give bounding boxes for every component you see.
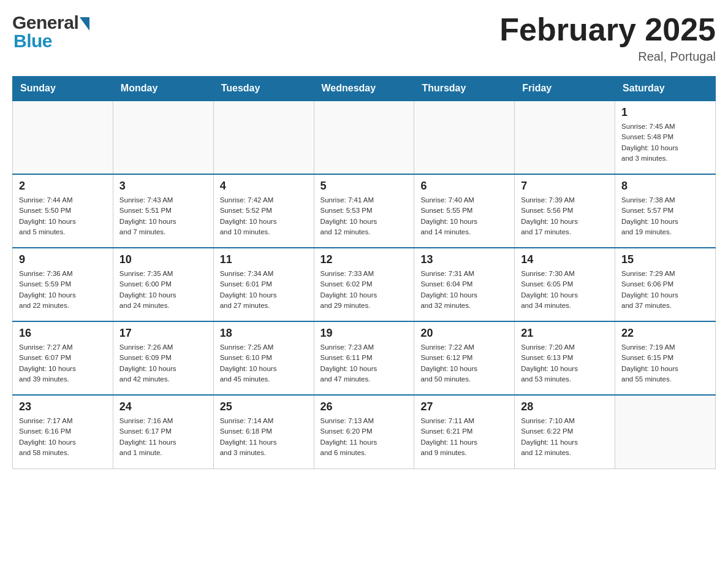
logo: General Blue bbox=[12, 12, 89, 52]
day-number: 25 bbox=[220, 400, 308, 413]
day-info: Sunrise: 7:39 AM Sunset: 5:56 PM Dayligh… bbox=[521, 195, 609, 237]
weekday-header-tuesday: Tuesday bbox=[213, 77, 314, 101]
calendar-cell bbox=[414, 101, 515, 174]
day-info: Sunrise: 7:29 AM Sunset: 6:06 PM Dayligh… bbox=[621, 269, 709, 311]
day-info: Sunrise: 7:27 AM Sunset: 6:07 PM Dayligh… bbox=[19, 342, 107, 385]
day-info: Sunrise: 7:45 AM Sunset: 5:48 PM Dayligh… bbox=[621, 121, 709, 164]
location-label: Real, Portugal bbox=[499, 50, 716, 64]
calendar-cell: 8Sunrise: 7:38 AM Sunset: 5:57 PM Daylig… bbox=[615, 174, 716, 248]
day-number: 11 bbox=[220, 253, 308, 266]
calendar-cell bbox=[615, 395, 716, 469]
day-info: Sunrise: 7:42 AM Sunset: 5:52 PM Dayligh… bbox=[220, 195, 308, 237]
day-info: Sunrise: 7:40 AM Sunset: 5:55 PM Dayligh… bbox=[420, 195, 508, 237]
logo-chevron-icon bbox=[80, 17, 89, 31]
week-row-5: 23Sunrise: 7:17 AM Sunset: 6:16 PM Dayli… bbox=[13, 395, 716, 469]
calendar-cell bbox=[515, 101, 615, 174]
day-number: 10 bbox=[119, 253, 207, 266]
calendar-cell: 28Sunrise: 7:10 AM Sunset: 6:22 PM Dayli… bbox=[515, 395, 615, 469]
day-number: 2 bbox=[19, 180, 107, 193]
weekday-header-sunday: Sunday bbox=[13, 77, 113, 101]
day-number: 7 bbox=[521, 180, 609, 193]
calendar-cell: 4Sunrise: 7:42 AM Sunset: 5:52 PM Daylig… bbox=[213, 174, 314, 248]
day-info: Sunrise: 7:38 AM Sunset: 5:57 PM Dayligh… bbox=[621, 195, 709, 237]
day-info: Sunrise: 7:36 AM Sunset: 5:59 PM Dayligh… bbox=[19, 269, 107, 311]
day-number: 28 bbox=[521, 400, 609, 413]
day-info: Sunrise: 7:19 AM Sunset: 6:15 PM Dayligh… bbox=[621, 342, 709, 385]
day-info: Sunrise: 7:34 AM Sunset: 6:01 PM Dayligh… bbox=[220, 269, 308, 311]
calendar-cell bbox=[314, 101, 414, 174]
day-number: 26 bbox=[320, 400, 408, 413]
day-number: 23 bbox=[19, 400, 107, 413]
calendar-cell: 7Sunrise: 7:39 AM Sunset: 5:56 PM Daylig… bbox=[515, 174, 615, 248]
day-number: 18 bbox=[220, 327, 308, 340]
day-info: Sunrise: 7:16 AM Sunset: 6:17 PM Dayligh… bbox=[119, 416, 207, 458]
logo-blue-text: Blue bbox=[13, 31, 52, 52]
calendar-cell: 18Sunrise: 7:25 AM Sunset: 6:10 PM Dayli… bbox=[213, 321, 314, 395]
weekday-header-wednesday: Wednesday bbox=[314, 77, 414, 101]
calendar-cell: 12Sunrise: 7:33 AM Sunset: 6:02 PM Dayli… bbox=[314, 248, 414, 321]
day-number: 12 bbox=[320, 253, 408, 266]
day-number: 21 bbox=[521, 327, 609, 340]
day-info: Sunrise: 7:26 AM Sunset: 6:09 PM Dayligh… bbox=[119, 342, 207, 385]
day-number: 1 bbox=[621, 106, 709, 119]
calendar-cell: 11Sunrise: 7:34 AM Sunset: 6:01 PM Dayli… bbox=[213, 248, 314, 321]
day-number: 24 bbox=[119, 400, 207, 413]
calendar-cell: 26Sunrise: 7:13 AM Sunset: 6:20 PM Dayli… bbox=[314, 395, 414, 469]
calendar-cell: 13Sunrise: 7:31 AM Sunset: 6:04 PM Dayli… bbox=[414, 248, 515, 321]
day-number: 15 bbox=[621, 253, 709, 266]
day-info: Sunrise: 7:13 AM Sunset: 6:20 PM Dayligh… bbox=[320, 416, 408, 458]
day-info: Sunrise: 7:33 AM Sunset: 6:02 PM Dayligh… bbox=[320, 269, 408, 311]
day-info: Sunrise: 7:22 AM Sunset: 6:12 PM Dayligh… bbox=[420, 342, 508, 385]
week-row-3: 9Sunrise: 7:36 AM Sunset: 5:59 PM Daylig… bbox=[13, 248, 716, 321]
day-info: Sunrise: 7:30 AM Sunset: 6:05 PM Dayligh… bbox=[521, 269, 609, 311]
calendar-cell: 3Sunrise: 7:43 AM Sunset: 5:51 PM Daylig… bbox=[113, 174, 213, 248]
calendar-cell: 9Sunrise: 7:36 AM Sunset: 5:59 PM Daylig… bbox=[13, 248, 113, 321]
calendar-cell: 20Sunrise: 7:22 AM Sunset: 6:12 PM Dayli… bbox=[414, 321, 515, 395]
day-info: Sunrise: 7:35 AM Sunset: 6:00 PM Dayligh… bbox=[119, 269, 207, 311]
day-number: 16 bbox=[19, 327, 107, 340]
day-number: 22 bbox=[621, 327, 709, 340]
day-number: 3 bbox=[119, 180, 207, 193]
calendar-cell: 15Sunrise: 7:29 AM Sunset: 6:06 PM Dayli… bbox=[615, 248, 716, 321]
calendar-cell: 21Sunrise: 7:20 AM Sunset: 6:13 PM Dayli… bbox=[515, 321, 615, 395]
day-info: Sunrise: 7:17 AM Sunset: 6:16 PM Dayligh… bbox=[19, 416, 107, 458]
calendar-cell bbox=[113, 101, 213, 174]
calendar-cell bbox=[13, 101, 113, 174]
calendar-cell: 16Sunrise: 7:27 AM Sunset: 6:07 PM Dayli… bbox=[13, 321, 113, 395]
week-row-2: 2Sunrise: 7:44 AM Sunset: 5:50 PM Daylig… bbox=[13, 174, 716, 248]
day-number: 6 bbox=[420, 180, 508, 193]
calendar-cell: 22Sunrise: 7:19 AM Sunset: 6:15 PM Dayli… bbox=[615, 321, 716, 395]
week-row-1: 1Sunrise: 7:45 AM Sunset: 5:48 PM Daylig… bbox=[13, 101, 716, 174]
calendar-cell: 2Sunrise: 7:44 AM Sunset: 5:50 PM Daylig… bbox=[13, 174, 113, 248]
calendar-cell: 19Sunrise: 7:23 AM Sunset: 6:11 PM Dayli… bbox=[314, 321, 414, 395]
day-number: 9 bbox=[19, 253, 107, 266]
day-number: 20 bbox=[420, 327, 508, 340]
calendar-cell: 17Sunrise: 7:26 AM Sunset: 6:09 PM Dayli… bbox=[113, 321, 213, 395]
day-number: 17 bbox=[119, 327, 207, 340]
week-row-4: 16Sunrise: 7:27 AM Sunset: 6:07 PM Dayli… bbox=[13, 321, 716, 395]
day-info: Sunrise: 7:20 AM Sunset: 6:13 PM Dayligh… bbox=[521, 342, 609, 385]
day-info: Sunrise: 7:43 AM Sunset: 5:51 PM Dayligh… bbox=[119, 195, 207, 237]
day-info: Sunrise: 7:14 AM Sunset: 6:18 PM Dayligh… bbox=[220, 416, 308, 458]
logo-general-text: General bbox=[12, 12, 78, 33]
day-info: Sunrise: 7:41 AM Sunset: 5:53 PM Dayligh… bbox=[320, 195, 408, 237]
day-number: 19 bbox=[320, 327, 408, 340]
calendar-table: SundayMondayTuesdayWednesdayThursdayFrid… bbox=[12, 76, 716, 469]
day-info: Sunrise: 7:10 AM Sunset: 6:22 PM Dayligh… bbox=[521, 416, 609, 458]
weekday-header-friday: Friday bbox=[515, 77, 615, 101]
weekday-header-thursday: Thursday bbox=[414, 77, 515, 101]
day-info: Sunrise: 7:11 AM Sunset: 6:21 PM Dayligh… bbox=[420, 416, 508, 458]
month-title: February 2025 bbox=[499, 12, 716, 47]
calendar-cell: 27Sunrise: 7:11 AM Sunset: 6:21 PM Dayli… bbox=[414, 395, 515, 469]
calendar-cell: 6Sunrise: 7:40 AM Sunset: 5:55 PM Daylig… bbox=[414, 174, 515, 248]
day-number: 27 bbox=[420, 400, 508, 413]
weekday-header-saturday: Saturday bbox=[615, 77, 716, 101]
calendar-cell: 5Sunrise: 7:41 AM Sunset: 5:53 PM Daylig… bbox=[314, 174, 414, 248]
day-info: Sunrise: 7:25 AM Sunset: 6:10 PM Dayligh… bbox=[220, 342, 308, 385]
page-header: General Blue February 2025 Real, Portuga… bbox=[12, 12, 716, 64]
calendar-cell bbox=[213, 101, 314, 174]
day-number: 4 bbox=[220, 180, 308, 193]
day-info: Sunrise: 7:31 AM Sunset: 6:04 PM Dayligh… bbox=[420, 269, 508, 311]
day-number: 5 bbox=[320, 180, 408, 193]
calendar-cell: 23Sunrise: 7:17 AM Sunset: 6:16 PM Dayli… bbox=[13, 395, 113, 469]
